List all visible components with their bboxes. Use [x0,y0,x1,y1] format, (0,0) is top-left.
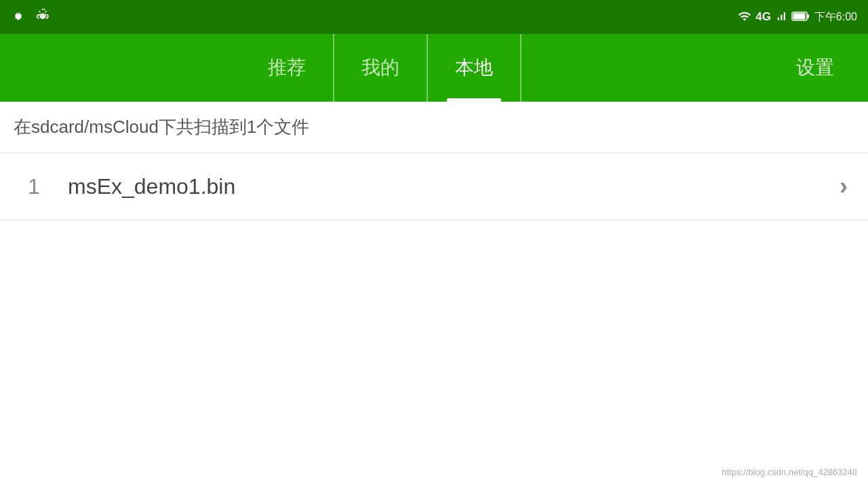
status-left-icons [11,7,50,26]
file-name: msEx_demo1.bin [54,174,840,199]
battery-icon [791,11,810,24]
status-bar: 4G 下午6:00 [0,0,868,34]
svg-line-3 [39,11,41,12]
svg-rect-7 [793,13,805,19]
tab-recommend[interactable]: 推荐 [241,34,334,102]
watermark: https://blog.csdn.net/qq_42863248 [722,467,858,477]
file-item[interactable]: 1 msEx_demo1.bin › [0,153,868,220]
signal-icon [738,9,751,25]
status-right: 4G 下午6:00 [738,9,857,25]
svg-line-4 [45,11,47,12]
content-area: 在sdcard/msCloud下共扫描到1个文件 1 msEx_demo1.bi… [0,102,868,220]
usb-icon [11,7,26,26]
time-display: 下午6:00 [814,10,857,24]
svg-point-0 [39,13,45,18]
signal-bars-icon [775,10,787,24]
network-label: 4G [755,10,771,24]
svg-rect-6 [807,14,809,18]
svg-point-2 [43,15,44,16]
chevron-right-icon: › [840,172,854,201]
nav-bar: 推荐 我的 本地 设置 [0,34,868,102]
tab-mine[interactable]: 我的 [334,34,428,102]
file-list: 1 msEx_demo1.bin › [0,153,868,220]
file-index: 1 [14,174,54,199]
settings-button[interactable]: 设置 [762,34,868,102]
android-icon [35,8,50,26]
tab-local[interactable]: 本地 [428,34,521,102]
svg-point-1 [41,15,41,16]
scan-info-text: 在sdcard/msCloud下共扫描到1个文件 [0,102,868,153]
nav-tabs: 推荐 我的 本地 [0,34,762,102]
